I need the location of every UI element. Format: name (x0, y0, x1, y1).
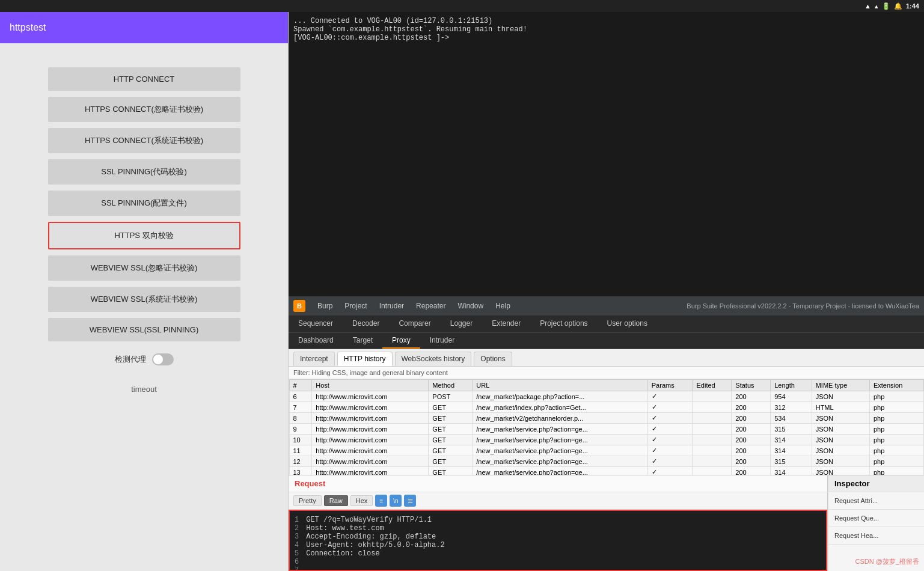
burp-tab2-intruder[interactable]: Intruder (420, 333, 464, 349)
table-cell-edited (693, 402, 732, 413)
request-line: 1GET /?q=TwoWayVerify HTTP/1.1 (295, 516, 821, 524)
table-cell-status: 200 (732, 456, 771, 467)
table-header-url[interactable]: URL (473, 380, 647, 391)
table-cell-extension: php (869, 424, 923, 435)
table-cell-extension: php (869, 391, 923, 402)
burp-tab1-decoder[interactable]: Decoder (343, 316, 389, 332)
table-cell-status: 200 (732, 445, 771, 456)
burp-tab1-extender[interactable]: Extender (482, 316, 530, 332)
terminal-line: Spawned `com.example.httpstest`. Resumin… (293, 25, 919, 34)
android-btn-webview-ssl-system[interactable]: WEBVIEW SSL(系统证书校验) (48, 287, 240, 312)
watermark: CSDN @菠萝_橙留香 (855, 557, 919, 566)
table-cell-length: 314 (771, 467, 812, 475)
req-icon-1[interactable]: \n (390, 495, 402, 507)
table-header-mime-type[interactable]: MIME type (812, 380, 869, 391)
android-btn-https-connect-system[interactable]: HTTPS CONNECT(系统证书校验) (48, 128, 240, 153)
android-btn-http-connect[interactable]: HTTP CONNECT (48, 67, 240, 91)
burp-menu-help[interactable]: Help (493, 301, 513, 311)
table-cell-edited (693, 424, 732, 435)
table-header-params[interactable]: Params (647, 380, 693, 391)
burp-tab2-target[interactable]: Target (343, 333, 382, 349)
burp-tab1-logger[interactable]: Logger (441, 316, 482, 332)
table-cell-method: GET (429, 435, 473, 445)
table-cell-url: /new_market/v2/getchannelorder.p... (473, 413, 647, 424)
table-header-edited[interactable]: Edited (693, 380, 732, 391)
table-row[interactable]: 13http://www.microvirt.comGET/new_market… (289, 467, 924, 475)
table-cell-method: GET (429, 402, 473, 413)
table-row[interactable]: 11http://www.microvirt.comGET/new_market… (289, 445, 924, 456)
burp-menu-project[interactable]: Project (342, 301, 369, 311)
table-cell-host: http://www.microvirt.com (312, 445, 429, 456)
table-cell-status: 200 (732, 391, 771, 402)
proxy-subtab-intercept[interactable]: Intercept (293, 352, 335, 366)
android-btn-ssl-pinning-code[interactable]: SSL PINNING(代码校验) (48, 159, 240, 185)
req-btn-raw[interactable]: Raw (324, 495, 348, 506)
table-cell-host: http://www.microvirt.com (312, 391, 429, 402)
burp-tab1-user-options[interactable]: User options (598, 316, 657, 332)
table-cell-length: 954 (771, 391, 812, 402)
proxy-subtab-options[interactable]: Options (474, 352, 512, 366)
proxy-subtab-websockets-history[interactable]: WebSockets history (395, 352, 472, 366)
table-header-length[interactable]: Length (771, 380, 812, 391)
table-cell-method: POST (429, 391, 473, 402)
burp-tab2-dashboard[interactable]: Dashboard (289, 333, 343, 349)
table-cell-url: /new_market/package.php?action=... (473, 391, 647, 402)
proxy-subtab-http-history[interactable]: HTTP history (337, 352, 393, 366)
req-icon-2[interactable]: ☰ (404, 495, 416, 507)
inspector-item[interactable]: Request Attri... (828, 492, 924, 510)
burp-tabs-row1: SequencerDecoderComparerLoggerExtenderPr… (289, 316, 924, 333)
http-history-table-wrapper[interactable]: #HostMethodURLParamsEditedStatusLengthMI… (289, 379, 924, 475)
terminal-panel: ... Connected to VOG-AL00 (id=127.0.0.1:… (289, 12, 924, 296)
table-cell-extension: php (869, 402, 923, 413)
req-btn-pretty[interactable]: Pretty (293, 495, 322, 506)
android-btn-ssl-pinning-config[interactable]: SSL PINNING(配置文件) (48, 191, 240, 216)
table-row[interactable]: 9http://www.microvirt.comGET/new_market/… (289, 424, 924, 435)
proxy-subtabs: InterceptHTTP historyWebSockets historyO… (289, 349, 924, 367)
table-cell-length: 314 (771, 435, 812, 445)
table-cell-method: GET (429, 413, 473, 424)
right-panel: ... Connected to VOG-AL00 (id=127.0.0.1:… (289, 12, 924, 571)
table-cell-#: 10 (289, 435, 312, 445)
table-cell-edited (693, 391, 732, 402)
table-row[interactable]: 8http://www.microvirt.comGET/new_market/… (289, 413, 924, 424)
burp-menu-repeater[interactable]: Repeater (414, 301, 448, 311)
table-row[interactable]: 6http://www.microvirt.comPOST/new_market… (289, 391, 924, 402)
table-cell-params: ✓ (647, 435, 693, 445)
burp-tab1-sequencer[interactable]: Sequencer (289, 316, 343, 332)
proxy-toggle[interactable] (152, 353, 174, 365)
signal-icon: ▲ (864, 2, 871, 10)
table-row[interactable]: 10http://www.microvirt.comGET/new_market… (289, 435, 924, 445)
table-row[interactable]: 7http://www.microvirt.comGET/new_market/… (289, 402, 924, 413)
table-header-extension[interactable]: Extension (869, 380, 923, 391)
main-container: httpstest HTTP CONNECTHTTPS CONNECT(忽略证书… (0, 12, 924, 571)
inspector-item[interactable]: Request Hea... (828, 527, 924, 545)
table-header-method[interactable]: Method (429, 380, 473, 391)
table-cell-#: 13 (289, 467, 312, 475)
table-header-host[interactable]: Host (312, 380, 429, 391)
table-header-#[interactable]: # (289, 380, 312, 391)
burp-menu-window[interactable]: Window (455, 301, 486, 311)
inspector-item[interactable]: Request Que... (828, 510, 924, 527)
table-cell-#: 12 (289, 456, 312, 467)
table-header-status[interactable]: Status (732, 380, 771, 391)
filter-bar[interactable]: Filter: Hiding CSS, image and general bi… (289, 367, 924, 379)
burp-tab1-project-options[interactable]: Project options (530, 316, 597, 332)
table-cell-#: 11 (289, 445, 312, 456)
req-icon-0[interactable]: ≡ (375, 495, 387, 507)
burp-tab2-proxy[interactable]: Proxy (382, 333, 420, 349)
burp-menu-intruder[interactable]: Intruder (377, 301, 406, 311)
burp-tab1-comparer[interactable]: Comparer (389, 316, 440, 332)
http-history-table: #HostMethodURLParamsEditedStatusLengthMI… (289, 379, 924, 475)
android-btn-https-connect-ignore[interactable]: HTTPS CONNECT(忽略证书校验) (48, 97, 240, 122)
table-row[interactable]: 12http://www.microvirt.comGET/new_market… (289, 456, 924, 467)
android-btn-https-mutual[interactable]: HTTPS 双向校验 (48, 222, 240, 249)
req-btn-hex[interactable]: Hex (350, 495, 373, 506)
android-btn-webview-ssl-pinning[interactable]: WEBVIEW SSL(SSL PINNING) (48, 318, 240, 341)
burp-panel: B BurpProjectIntruderRepeaterWindowHelp … (289, 296, 924, 571)
timeout-label: timeout (131, 385, 157, 394)
burp-menu-burp[interactable]: Burp (315, 301, 335, 311)
request-body[interactable]: 1GET /?q=TwoWayVerify HTTP/1.12Host: www… (289, 510, 827, 571)
android-btn-webview-ssl-ignore[interactable]: WEBVIEW SSL(忽略证书校验) (48, 255, 240, 281)
android-app-title: httpstest (0, 12, 288, 43)
table-cell-length: 314 (771, 445, 812, 456)
